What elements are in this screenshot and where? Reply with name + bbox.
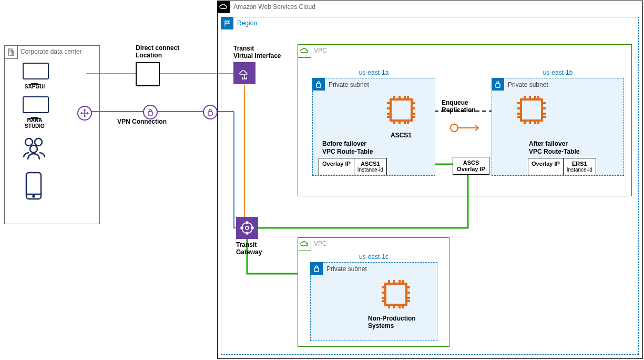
rt-b-overlay: Overlay IP	[528, 158, 564, 175]
tvi-label: Transit Virtual Interface	[233, 45, 281, 60]
svg-point-28	[241, 227, 243, 229]
subnet-b-az: us-east-1b	[492, 69, 623, 76]
rt-b-title: After failover VPC Route-Table	[529, 140, 579, 155]
sapgui-client: SAPGUI	[23, 63, 47, 89]
subnet-c-az: us-east-1c	[311, 253, 437, 261]
tgw-label: Transit Gateway	[236, 241, 262, 256]
svg-rect-6	[11, 50, 12, 51]
subnet-a-az: us-east-1a	[313, 69, 435, 76]
lock-icon	[310, 262, 323, 275]
vpc2-title: VPC	[314, 240, 327, 247]
route-table-b: Overlay IP ERS1Instance-id	[528, 158, 596, 175]
lock-icon	[203, 105, 218, 119]
region-flag-icon	[221, 17, 233, 29]
route-table-a: Overlay IP ASCS1Instance-id	[319, 158, 387, 175]
mobile-icon	[25, 171, 43, 202]
svg-point-14	[33, 196, 35, 197]
svg-rect-4	[12, 51, 14, 55]
lock-icon	[143, 105, 158, 119]
vpn-label: VPN Connection	[117, 118, 167, 125]
svg-point-27	[246, 232, 248, 234]
svg-rect-66	[314, 268, 319, 272]
svg-point-25	[246, 226, 249, 229]
svg-point-9	[25, 138, 33, 146]
sapgui-label: SAPGUI	[23, 84, 47, 89]
hanastudio-client: HANA STUDIO	[23, 96, 47, 129]
svg-rect-7	[9, 52, 11, 53]
svg-rect-48	[496, 84, 500, 87]
ascs-overlay-ip: ASCS Overlay IP	[453, 157, 489, 175]
nonprod-node-icon	[379, 277, 413, 313]
corporate-title: Corporate data center	[21, 48, 82, 55]
aws-cloud-icon	[217, 1, 230, 13]
svg-point-29	[251, 227, 253, 229]
monitor-icon	[23, 63, 47, 83]
svg-rect-18	[208, 112, 212, 115]
lock-icon	[312, 78, 325, 91]
svg-rect-31	[391, 99, 412, 121]
ascs1-label: ASCS1	[384, 132, 418, 139]
svg-point-26	[246, 222, 248, 224]
svg-point-10	[35, 138, 42, 146]
lock-icon	[492, 78, 504, 91]
subnet-b-title: Private subnet	[508, 81, 548, 88]
rt-a-title: Before failover VPC Route-Table	[322, 140, 373, 155]
transit-virtual-interface-icon	[233, 62, 255, 84]
svg-rect-30	[316, 84, 321, 87]
vpc1-title: VPC	[314, 47, 327, 54]
aws-title: Amazon Web Services Cloud	[233, 3, 315, 11]
rt-a-target: ASCS1Instance-id	[354, 158, 386, 175]
monitor-icon	[23, 96, 47, 116]
rt-b-target: ERS1Instance-id	[564, 158, 596, 175]
region-title: Region	[237, 19, 257, 27]
hanastudio-label: HANA STUDIO	[23, 117, 47, 129]
gateway-endpoint-icon	[77, 106, 92, 121]
corporate-data-center-group: Corporate data center SAPGUI HANA STUDIO	[4, 45, 100, 224]
svg-rect-49	[521, 99, 542, 121]
ascs1-node-icon	[384, 93, 418, 129]
vpc-cloud-icon	[298, 44, 311, 58]
users-icon	[21, 136, 48, 161]
transit-gateway-icon	[236, 217, 258, 239]
svg-point-11	[30, 145, 37, 153]
building-icon	[4, 45, 18, 59]
subnet-c-title: Private subnet	[326, 265, 367, 273]
svg-rect-67	[385, 284, 406, 305]
svg-rect-5	[9, 50, 11, 51]
vpc-cloud-icon	[298, 237, 311, 251]
svg-point-24	[242, 223, 252, 233]
enqueue-label: Enqueue Replication	[442, 99, 476, 114]
ers1-node-icon	[514, 93, 549, 129]
subnet-a-title: Private subnet	[329, 81, 369, 88]
svg-rect-8	[11, 52, 12, 53]
rt-a-overlay: Overlay IP	[319, 158, 354, 175]
svg-rect-17	[148, 112, 152, 115]
nonprod-label: Non-Production Systems	[368, 315, 416, 330]
direct-connect-location	[136, 62, 160, 86]
direct-connect-label: Direct connect Location	[136, 44, 179, 59]
